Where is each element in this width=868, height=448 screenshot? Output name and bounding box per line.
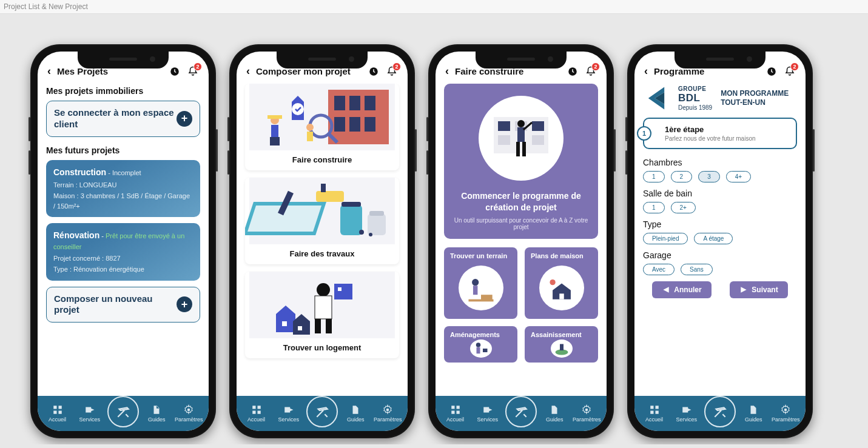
svg-point-68: [550, 279, 555, 285]
card-build-label: Faire construire: [245, 155, 399, 164]
notification-badge: 2: [392, 62, 401, 71]
option-pill[interactable]: 2: [671, 171, 693, 182]
svg-rect-9: [334, 96, 345, 110]
option-pill[interactable]: A étage: [694, 233, 733, 244]
svg-rect-29: [368, 214, 386, 235]
nav-guides[interactable]: Guides: [142, 404, 171, 423]
compose-project-card[interactable]: Composer un nouveau projet +: [46, 287, 200, 323]
option-pill[interactable]: 3: [698, 171, 720, 182]
nav-services[interactable]: Services: [473, 404, 502, 423]
svg-rect-77: [456, 411, 459, 414]
tile-house-plans[interactable]: Plans de maison: [525, 247, 598, 319]
svg-rect-1: [53, 406, 56, 409]
svg-rect-10: [349, 96, 360, 110]
illustration-tile: [539, 266, 584, 310]
nav-fab-tools[interactable]: [306, 396, 338, 427]
svg-rect-20: [270, 137, 280, 145]
option-pill[interactable]: 1: [643, 202, 665, 213]
clock-icon[interactable]: [368, 65, 380, 78]
group-label: Salle de bain: [643, 189, 797, 198]
svg-rect-30: [369, 211, 384, 216]
back-icon[interactable]: ‹: [644, 65, 648, 78]
bell-icon[interactable]: 2: [386, 65, 398, 78]
nav-services[interactable]: Services: [75, 404, 104, 423]
svg-rect-11: [365, 96, 375, 110]
logo-name: BDL: [678, 92, 712, 104]
svg-rect-47: [252, 411, 255, 414]
notification-badge: 2: [193, 62, 202, 71]
nav-fab-tools[interactable]: [505, 396, 537, 427]
svg-rect-44: [298, 326, 302, 330]
svg-rect-56: [498, 135, 510, 145]
bell-icon[interactable]: 2: [187, 65, 199, 78]
nav-fab-tools[interactable]: [107, 396, 139, 427]
svg-rect-43: [282, 321, 287, 326]
option-pill[interactable]: Plein-pied: [643, 233, 688, 244]
svg-rect-41: [334, 284, 352, 299]
step-title: 1ère étape: [665, 125, 787, 134]
option-pill[interactable]: Avec: [643, 264, 675, 275]
svg-rect-75: [456, 406, 459, 409]
bell-icon[interactable]: 2: [585, 65, 597, 78]
back-icon[interactable]: ‹: [445, 65, 449, 78]
svg-point-78: [585, 409, 588, 412]
nav-services[interactable]: Services: [274, 404, 303, 423]
clock-icon[interactable]: [567, 65, 579, 78]
section-label-future: Mes futurs projets: [46, 145, 200, 155]
next-button[interactable]: Suivant: [730, 281, 787, 298]
option-pill[interactable]: 2+: [671, 202, 696, 213]
nav-guides[interactable]: Guides: [341, 404, 370, 423]
phone-my-projects: ‹ Mes Projets 2 Mes projets immobiliers …: [30, 44, 216, 438]
hero-start-program[interactable]: Commencer le programme de création de pr…: [444, 84, 598, 239]
illustration-find-home: [245, 272, 399, 338]
svg-rect-70: [476, 347, 480, 354]
clock-icon[interactable]: [169, 65, 181, 78]
section-label-clients: Mes projets immobiliers: [46, 86, 200, 96]
back-icon[interactable]: ‹: [47, 65, 51, 78]
nav-settings[interactable]: Paramètres: [174, 404, 203, 423]
logo-tagline: MON PROGRAMME: [721, 89, 789, 98]
tile-layout[interactable]: Aménagements: [444, 326, 517, 363]
nav-fab-tools[interactable]: [704, 396, 736, 427]
back-icon[interactable]: ‹: [246, 65, 250, 78]
nav-settings[interactable]: Paramètres: [572, 404, 601, 423]
card-find-home[interactable]: Trouver un logement: [245, 272, 399, 358]
svg-rect-14: [365, 117, 375, 132]
svg-rect-38: [315, 296, 332, 319]
option-pill[interactable]: 1: [643, 171, 665, 182]
tile-sanitation[interactable]: Assainissement: [525, 326, 598, 363]
logo-group: GROUPE: [678, 85, 712, 92]
nav-home[interactable]: Accueil: [640, 404, 669, 423]
nav-services[interactable]: Services: [672, 404, 701, 423]
group-bedrooms: Chambres 1234+: [643, 158, 797, 182]
card-build[interactable]: Faire construire: [245, 84, 399, 170]
option-pill[interactable]: 4+: [726, 171, 751, 182]
login-card[interactable]: Se connecter à mon espace client +: [46, 101, 200, 137]
nav-home[interactable]: Accueil: [242, 404, 271, 423]
bell-icon[interactable]: 2: [784, 65, 796, 78]
nav-guides[interactable]: Guides: [739, 404, 768, 423]
nav-settings[interactable]: Paramètres: [373, 404, 402, 423]
svg-rect-2: [58, 406, 61, 409]
tile-label: Aménagements: [450, 331, 500, 338]
svg-point-34: [359, 230, 364, 235]
step-card: 1 1ère étape Parlez nous de votre futur …: [643, 118, 797, 149]
project-card-construction[interactable]: Construction - Incomplet Terrain : LONGU…: [46, 160, 200, 218]
nav-settings[interactable]: Paramètres: [771, 404, 800, 423]
tile-find-land[interactable]: Trouver un terrain: [444, 247, 517, 319]
card-works[interactable]: Faire des travaux: [245, 178, 399, 264]
clock-icon[interactable]: [765, 65, 778, 78]
svg-rect-57: [532, 135, 544, 145]
nav-guides[interactable]: Guides: [540, 404, 569, 423]
nav-home[interactable]: Accueil: [441, 404, 470, 423]
svg-rect-42: [338, 287, 341, 291]
card-works-label: Faire des travaux: [245, 249, 399, 258]
option-pill[interactable]: Sans: [681, 264, 713, 275]
group-label: Type: [643, 219, 797, 229]
notification-badge: 2: [790, 62, 799, 71]
tile-label: Plans de maison: [531, 252, 584, 259]
project-card-renovation[interactable]: Rénovation - Prêt pour être envoyé à un …: [46, 223, 200, 281]
nav-home[interactable]: Accueil: [43, 404, 72, 423]
cancel-button[interactable]: Annuler: [652, 281, 711, 298]
svg-rect-13: [349, 117, 360, 132]
